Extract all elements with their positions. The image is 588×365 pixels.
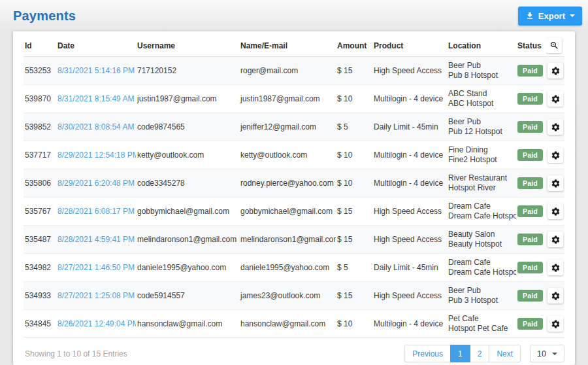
cell-product: High Speed Access [372, 198, 447, 226]
gear-icon [551, 122, 561, 132]
previous-page-button[interactable]: Previous [404, 345, 451, 362]
header-amount[interactable]: Amount [336, 34, 372, 57]
location-name: Dream Cafe [448, 258, 514, 268]
location-name: Beauty Salon [448, 230, 514, 239]
header-id[interactable]: Id [24, 34, 56, 57]
cell-date: 8/28/2021 6:08:17 PM [56, 198, 136, 226]
cell-location: Pet Cafe Hotspot Pet Cafe [447, 310, 516, 338]
table-row: 535767 8/28/2021 6:08:17 PM gobbymichael… [24, 198, 564, 226]
status-badge: Paid [517, 234, 543, 245]
gear-icon [551, 235, 561, 245]
cell-location: Beauty Salon Beauty Hotspot [447, 226, 516, 254]
payments-table-body: 553253 8/31/2021 5:14:16 PM 717120152 ro… [24, 57, 564, 338]
header-status[interactable]: Status [516, 34, 546, 57]
cell-product: High Speed Access [372, 282, 447, 310]
cell-date: 8/27/2021 1:25:08 PM [56, 282, 136, 310]
payment-date-link[interactable]: 8/28/2021 6:08:17 PM [57, 207, 135, 216]
payment-date-link[interactable]: 8/31/2021 8:15:49 AM [57, 94, 134, 103]
payment-date-link[interactable]: 8/29/2021 6:20:48 PM [57, 179, 135, 188]
header-name[interactable]: Name/E-mail [239, 34, 336, 57]
location-hotspot: Pub 3 Hotspot [448, 296, 514, 305]
table-row: 535806 8/29/2021 6:20:48 PM code3345278 … [24, 169, 564, 198]
next-page-button[interactable]: Next [489, 345, 521, 362]
cell-id: 534982 [24, 254, 56, 282]
cell-date: 8/29/2021 12:54:18 PM [56, 141, 136, 169]
status-badge: Paid [517, 262, 543, 273]
payment-date-link[interactable]: 8/31/2021 5:14:16 PM [57, 66, 135, 75]
cell-location: Fine Dining Fine2 Hotspot [447, 141, 516, 169]
gear-icon [551, 94, 561, 104]
header-location[interactable]: Location [447, 34, 516, 57]
cell-date: 8/28/2021 4:59:41 PM [56, 226, 136, 254]
cell-status: Paid [516, 85, 546, 113]
cell-actions [546, 113, 564, 141]
cell-id: 535487 [24, 226, 56, 254]
cell-amount: $ 5 [336, 254, 372, 282]
cell-date: 8/29/2021 6:20:48 PM [56, 169, 136, 198]
row-settings-button[interactable] [547, 147, 563, 163]
row-settings-button[interactable] [547, 91, 563, 107]
cell-status: Paid [516, 198, 546, 226]
payment-date-link[interactable]: 8/29/2021 12:54:18 PM [57, 150, 136, 160]
payment-date-link[interactable]: 8/27/2021 1:46:50 PM [57, 263, 135, 272]
payment-date-link[interactable]: 8/30/2021 8:08:54 AM [57, 122, 134, 131]
table-row: 534982 8/27/2021 1:46:50 PM daniele1995@… [24, 254, 564, 282]
cell-username: hansonclaw@gmail.com [136, 310, 239, 338]
export-button[interactable]: Export [518, 7, 582, 26]
gear-icon [551, 263, 561, 273]
export-button-label: Export [538, 11, 565, 21]
cell-id: 535767 [24, 198, 56, 226]
gear-icon [551, 291, 561, 301]
cell-actions [546, 226, 564, 254]
payment-date-link[interactable]: 8/27/2021 1:25:08 PM [57, 291, 135, 300]
location-name: Dream Cafe [448, 201, 514, 211]
cell-amount: $ 10 [336, 169, 372, 198]
row-settings-button[interactable] [547, 175, 563, 191]
cell-username: daniele1995@yahoo.com [136, 254, 239, 282]
row-settings-button[interactable] [547, 119, 563, 135]
cell-status: Paid [516, 282, 546, 310]
cell-username: code3345278 [136, 169, 239, 198]
cell-actions [546, 254, 564, 282]
cell-amount: $ 15 [336, 226, 372, 254]
cell-name-email: justin1987@gmail.com [239, 85, 336, 113]
cell-username: gobbymichael@gmail.com [136, 198, 239, 226]
cell-status: Paid [516, 226, 546, 254]
location-name: Pet Cafe [448, 314, 514, 324]
page-button-2[interactable]: 2 [470, 345, 490, 362]
location-name: Beer Pub [448, 286, 514, 296]
row-settings-button[interactable] [547, 260, 563, 275]
header-username[interactable]: Username [136, 34, 239, 57]
cell-actions [546, 141, 564, 169]
row-settings-button[interactable] [547, 232, 563, 247]
cell-actions [546, 198, 564, 226]
table-row: 535487 8/28/2021 4:59:41 PM melindaronso… [24, 226, 564, 254]
table-row: 553253 8/31/2021 5:14:16 PM 717120152 ro… [24, 57, 564, 85]
payment-date-link[interactable]: 8/28/2021 4:59:41 PM [57, 235, 135, 244]
page-title: Payments [13, 9, 76, 24]
cell-amount: $ 15 [336, 57, 372, 85]
cell-amount: $ 10 [336, 310, 372, 338]
page-button-1[interactable]: 1 [450, 345, 470, 362]
cell-product: Daily Limit - 45min [372, 113, 447, 141]
row-settings-button[interactable] [547, 63, 563, 78]
payment-date-link[interactable]: 8/26/2021 12:49:04 PM [57, 319, 136, 328]
search-button[interactable] [546, 37, 562, 53]
row-settings-button[interactable] [547, 288, 563, 304]
row-settings-button[interactable] [547, 203, 563, 219]
cell-name-email: jeniffer12@gmail.com [239, 113, 336, 141]
status-badge: Paid [517, 121, 543, 133]
cell-actions [546, 310, 564, 338]
status-badge: Paid [517, 149, 543, 161]
header-date[interactable]: Date [56, 34, 136, 57]
row-settings-button[interactable] [547, 316, 563, 332]
page-size-select[interactable]: 10 [530, 345, 564, 362]
location-name: Beer Pub [448, 117, 514, 127]
cell-date: 8/31/2021 8:15:49 AM [56, 85, 136, 113]
table-row: 534933 8/27/2021 1:25:08 PM code5914557 … [24, 282, 564, 310]
location-name: ABC Stand [448, 89, 514, 99]
cell-location: Dream Cafe Dream Cafe Hotspot [447, 198, 516, 226]
header-product[interactable]: Product [372, 34, 447, 57]
cell-name-email: rodney.pierce@yahoo.com [239, 169, 336, 198]
table-row: 537717 8/29/2021 12:54:18 PM ketty@outlo… [24, 141, 564, 169]
